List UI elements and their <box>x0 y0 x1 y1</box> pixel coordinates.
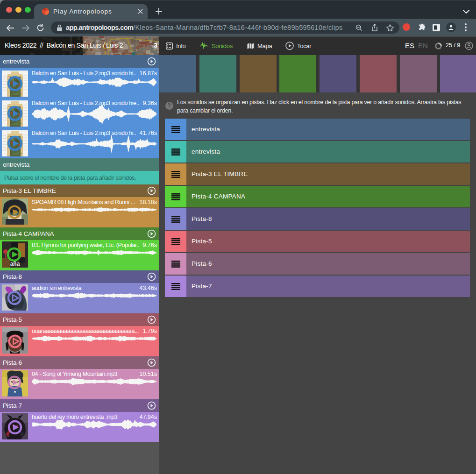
svg-text:aña: aña <box>10 261 20 267</box>
